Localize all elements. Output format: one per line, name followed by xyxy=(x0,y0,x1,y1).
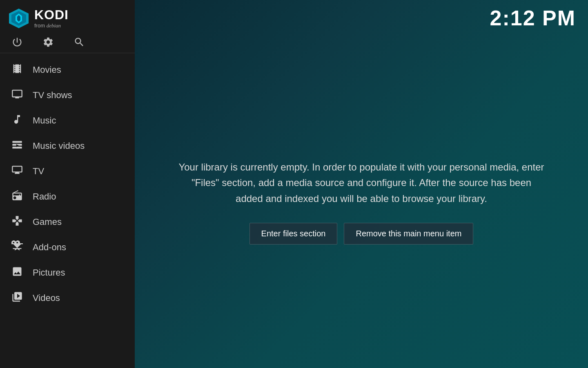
action-buttons: Enter files section Remove this main men… xyxy=(249,223,474,245)
pictures-icon xyxy=(10,266,24,280)
sidebar-item-music-videos-label: Music videos xyxy=(33,141,85,151)
sidebar-item-add-ons-label: Add-ons xyxy=(33,242,66,253)
sidebar-item-movies-label: Movies xyxy=(33,65,61,75)
settings-button[interactable] xyxy=(42,36,54,48)
music-icon xyxy=(10,114,24,128)
radio-icon xyxy=(10,190,24,204)
sidebar-toolbar xyxy=(0,33,135,51)
settings-icon xyxy=(42,36,54,48)
nav-list: Movies TV shows Music Music videos TV xyxy=(0,55,135,368)
games-icon xyxy=(10,215,24,229)
sidebar-item-videos[interactable]: Videos xyxy=(0,285,135,311)
kodi-logo-icon xyxy=(8,8,29,29)
sidebar-item-music[interactable]: Music xyxy=(0,108,135,133)
sidebar-item-radio[interactable]: Radio xyxy=(0,184,135,209)
tv-shows-icon xyxy=(10,88,24,102)
top-bar: 2:12 PM xyxy=(135,0,588,36)
sidebar-item-tv[interactable]: TV xyxy=(0,159,135,184)
library-empty-message: Your library is currently empty. In orde… xyxy=(178,159,545,206)
tv-icon xyxy=(10,164,24,178)
sidebar-item-pictures-label: Pictures xyxy=(33,267,65,278)
search-button[interactable] xyxy=(74,36,85,48)
time-display: 2:12 PM xyxy=(490,6,576,30)
sidebar-item-music-videos[interactable]: Music videos xyxy=(0,133,135,159)
sidebar-item-pictures[interactable]: Pictures xyxy=(0,260,135,285)
app-subtitle: from debian xyxy=(34,22,69,29)
sidebar-item-tv-label: TV xyxy=(33,166,44,177)
music-videos-icon xyxy=(10,139,24,153)
search-icon xyxy=(74,36,85,48)
sidebar: KODI from debian xyxy=(0,0,135,368)
svg-rect-4 xyxy=(12,141,22,143)
app-name: KODI xyxy=(34,7,69,22)
sidebar-item-tv-shows-label: TV shows xyxy=(33,90,72,101)
sidebar-item-videos-label: Videos xyxy=(33,293,60,303)
sidebar-item-games-label: Games xyxy=(33,217,62,227)
sidebar-item-radio-label: Radio xyxy=(33,191,56,202)
main-content: 2:12 PM Your library is currently empty.… xyxy=(135,0,588,368)
svg-rect-6 xyxy=(12,147,22,149)
sidebar-item-add-ons[interactable]: Add-ons xyxy=(0,235,135,260)
sidebar-item-music-label: Music xyxy=(33,115,56,126)
add-ons-icon xyxy=(10,240,24,254)
sidebar-divider xyxy=(0,53,135,53)
sidebar-item-tv-shows[interactable]: TV shows xyxy=(0,83,135,108)
content-area: Your library is currently empty. In orde… xyxy=(135,36,588,368)
movies-icon xyxy=(10,63,24,77)
sidebar-header: KODI from debian xyxy=(0,0,135,33)
videos-icon xyxy=(10,291,24,305)
power-icon xyxy=(11,36,23,48)
power-button[interactable] xyxy=(11,36,23,48)
sidebar-item-movies[interactable]: Movies xyxy=(0,57,135,83)
kodi-title-block: KODI from debian xyxy=(34,7,69,29)
sidebar-item-games[interactable]: Games xyxy=(0,209,135,235)
remove-menu-item-button[interactable]: Remove this main menu item xyxy=(344,223,473,245)
enter-files-section-button[interactable]: Enter files section xyxy=(249,223,338,245)
